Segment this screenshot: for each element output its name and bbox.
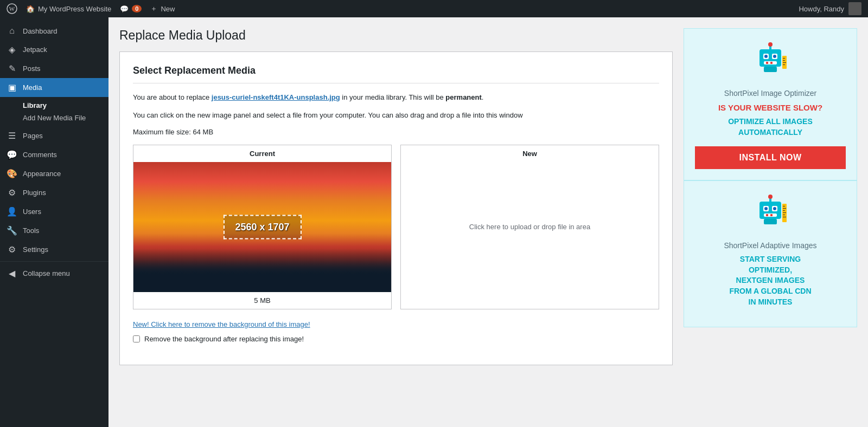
upload-panels: Current 2560 x 1707 5 MB New [133,145,659,309]
svg-rect-17 [783,64,785,65]
svg-rect-9 [770,62,773,64]
users-icon: 👤 [7,206,17,217]
remove-background-link[interactable]: New! Click here to remove the background… [133,320,659,328]
ad2-cta: START SERVING OPTIMIZED, NEXTGEN IMAGES … [695,254,846,307]
robot-icon-2 [695,192,846,237]
image-dimensions-badge: 2560 x 1707 [223,215,301,239]
admin-bar: W 🏠 My WordPress Website 💬 0 ＋ New Howdy… [0,0,868,17]
svg-point-6 [773,55,776,58]
svg-rect-8 [766,62,768,64]
max-file-size: Maximum file size: 64 MB [133,128,659,136]
image-file-size: 5 MB [133,292,391,309]
sidebar: ⌂ Dashboard ◈ Jetpack ✎ Posts ▣ Media Li… [0,17,108,427]
primary-content-area: Replace Media Upload Select Replacement … [119,28,673,416]
svg-rect-25 [770,214,773,216]
new-image-panel[interactable]: New Click here to upload or drop file in… [400,145,659,309]
svg-rect-31 [783,208,786,209]
svg-point-11 [768,42,773,47]
svg-rect-30 [783,206,785,206]
svg-rect-32 [783,210,785,211]
page-title: Replace Media Upload [119,28,673,43]
user-info: Howdy, Randy [799,2,861,15]
sidebar-subitem-library[interactable]: Library [23,99,108,112]
pages-icon: ☰ [7,131,17,141]
svg-rect-34 [783,215,785,215]
svg-point-5 [764,55,768,58]
svg-rect-33 [783,212,786,213]
svg-rect-28 [764,219,777,224]
remove-bg-checkbox[interactable] [133,335,140,342]
comments-count: 0 [132,5,142,12]
svg-rect-16 [783,62,786,63]
settings-icon: ⚙ [7,244,17,255]
svg-rect-15 [783,60,785,61]
replacement-card: Select Replacement Media You are about t… [119,51,673,365]
ad2-title: ShortPixel Adaptive Images [695,241,846,250]
appearance-icon: 🎨 [7,169,17,179]
comments-icon: 💬 [120,5,129,13]
robot-icon-1 [751,40,790,85]
description-paragraph-2: You can click on the new image panel and… [133,110,659,121]
ad-sidebar: ShortPixel Image Optimizer IS YOUR WEBSI… [684,28,857,416]
plus-icon: ＋ [150,4,157,14]
tools-icon: 🔧 [7,225,17,236]
new-panel-label: New [401,145,659,162]
avatar [848,2,861,15]
filename-link[interactable]: jesus-curiel-nskeft4t1KA-unsplash.jpg [212,93,340,101]
dashboard-icon: ⌂ [7,26,17,36]
card-title: Select Replacement Media [133,65,659,83]
ad1-cta: IS YOUR WEBSITE SLOW? OPTIMIZE ALL IMAGE… [695,102,846,138]
ad1-title: ShortPixel Image Optimizer [695,89,846,98]
svg-rect-24 [766,214,768,216]
main-content: Replace Media Upload Select Replacement … [108,17,868,427]
current-image-panel: Current 2560 x 1707 5 MB [133,145,392,309]
media-submenu: Library Add New Media File [0,97,108,126]
svg-text:W: W [9,5,15,12]
ad-shortpixel-adaptive: ShortPixel Adaptive Images START SERVING… [684,180,857,327]
collapse-icon: ◀ [7,268,17,279]
sidebar-item-dashboard[interactable]: ⌂ Dashboard [0,22,108,40]
sunset-image: 2560 x 1707 [133,162,391,292]
ad-shortpixel-optimizer: ShortPixel Image Optimizer IS YOUR WEBSI… [684,28,857,180]
svg-rect-35 [783,217,786,217]
sidebar-item-posts[interactable]: ✎ Posts [0,59,108,78]
install-now-button[interactable]: INSTALL NOW [695,146,846,169]
svg-rect-12 [764,67,777,72]
svg-point-21 [764,207,768,210]
remove-bg-checkbox-label[interactable]: Remove the background after replacing th… [144,335,304,343]
description-paragraph-1: You are about to replace jesus-curiel-ns… [133,92,659,103]
collapse-menu-button[interactable]: ◀ Collapse menu [0,264,108,283]
sidebar-subitem-add-new[interactable]: Add New Media File [23,112,108,124]
svg-point-22 [773,207,776,210]
current-panel-label: Current [133,145,391,162]
sidebar-item-comments[interactable]: 💬 Comments [0,145,108,164]
svg-point-27 [768,195,773,199]
sidebar-item-plugins[interactable]: ⚙ Plugins [0,183,108,202]
file-drop-area[interactable]: Click here to upload or drop file in are… [401,162,659,292]
media-icon: ▣ [7,82,17,93]
sidebar-item-appearance[interactable]: 🎨 Appearance [0,164,108,183]
comments-link[interactable]: 💬 0 [120,5,142,13]
sidebar-item-tools[interactable]: 🔧 Tools [0,221,108,240]
plugins-icon: ⚙ [7,187,17,198]
new-content-link[interactable]: ＋ New [150,4,175,14]
remove-bg-checkbox-row: Remove the background after replacing th… [133,335,659,343]
posts-icon: ✎ [7,63,17,74]
sidebar-item-pages[interactable]: ☰ Pages [0,126,108,145]
current-image-display: 2560 x 1707 [133,162,391,292]
sidebar-item-settings[interactable]: ⚙ Settings [0,240,108,259]
wp-logo-link[interactable]: W [7,3,17,14]
site-name-link[interactable]: 🏠 My WordPress Website [26,5,111,13]
svg-rect-14 [783,58,785,59]
sidebar-item-jetpack[interactable]: ◈ Jetpack [0,40,108,59]
sidebar-item-users[interactable]: 👤 Users [0,202,108,221]
sidebar-item-media[interactable]: ▣ Media [0,78,108,97]
jetpack-icon: ◈ [7,44,17,55]
site-home-icon: 🏠 [26,5,35,13]
city-silhouette [133,249,391,292]
comments-nav-icon: 💬 [7,150,17,160]
